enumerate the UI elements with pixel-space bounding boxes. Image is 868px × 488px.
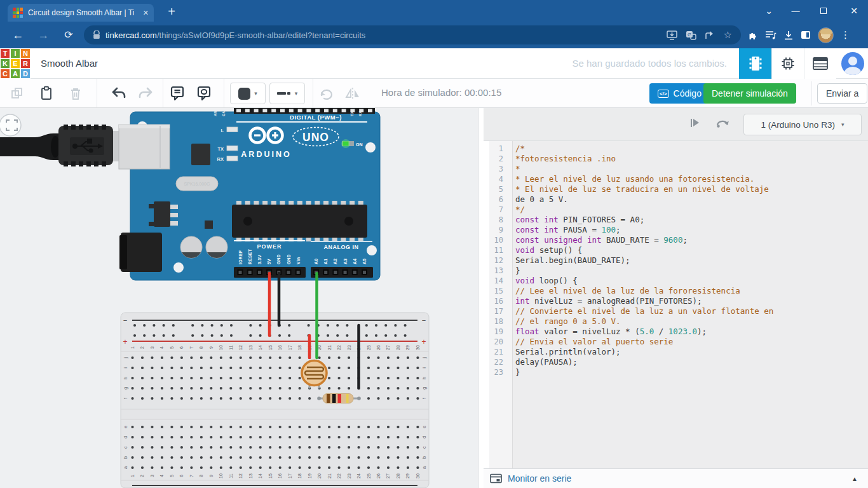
band-red — [338, 394, 342, 403]
code-line[interactable]: 21Serial.println(valor); — [484, 347, 868, 357]
tab-close-icon[interactable]: ✕ — [143, 9, 149, 17]
rotate-view-icon[interactable] — [715, 117, 729, 128]
tab-search-icon[interactable]: ⌄ — [756, 0, 782, 22]
browser-profile-avatar[interactable] — [818, 27, 834, 43]
bookmark-star-icon[interactable]: ☆ — [724, 29, 732, 41]
svg-text:5: 5 — [170, 346, 174, 349]
serial-monitor-label: Monitor en serie — [508, 473, 571, 484]
component-visibility-icon[interactable] — [194, 84, 214, 103]
color-dropdown[interactable]: ▾ — [230, 83, 266, 104]
circuit-canvas[interactable]: DIGITAL (PWM~) ARGNTXRX L TX RX — [0, 108, 478, 488]
code-line[interactable]: 7*/ — [484, 205, 868, 215]
tinkercad-header: TINKERCAD Smooth Albar Se han guardado t… — [0, 48, 868, 79]
code-line[interactable]: 12Serial.begin(BAUD_RATE); — [484, 255, 868, 266]
svg-text:12: 12 — [238, 473, 243, 478]
stop-simulation-button[interactable]: Detener simulación — [703, 83, 796, 104]
maximize-button[interactable] — [811, 0, 836, 22]
tinkercad-profile-avatar[interactable] — [841, 52, 864, 75]
code-line[interactable]: 20// Envia el valor al puerto serie — [484, 337, 868, 347]
playlist-icon[interactable] — [765, 30, 776, 40]
url-text: tinkercad.com/things/aSwIOf9d9pE-smooth-… — [105, 30, 365, 40]
downloads-icon[interactable] — [783, 30, 794, 40]
back-icon[interactable]: ← — [9, 26, 27, 44]
copy-icon[interactable] — [8, 84, 27, 103]
code-line[interactable]: 13} — [484, 266, 868, 276]
reload-icon[interactable]: ⟳ — [60, 26, 78, 44]
window-close-button[interactable]: ✕ — [840, 0, 868, 22]
minimize-button[interactable]: — — [783, 0, 808, 22]
redo-icon[interactable] — [136, 84, 155, 103]
browser-menu-icon[interactable]: ⋮ — [841, 29, 850, 41]
band-brown — [327, 394, 330, 403]
share-icon[interactable] — [705, 30, 715, 40]
code-line[interactable]: 22delay(PAUSA); — [484, 357, 868, 367]
flip-icon[interactable] — [343, 84, 362, 103]
code-line[interactable]: 9const int PAUSA = 100; — [484, 225, 868, 235]
notes-icon[interactable] — [168, 84, 187, 103]
view-breadboard-button[interactable] — [739, 48, 771, 79]
code-line[interactable]: 18// el rango 0 a 5.0 V. — [484, 316, 868, 327]
view-schematic-button[interactable] — [771, 48, 804, 79]
code-line[interactable]: 1/* — [484, 144, 868, 154]
code-line[interactable]: 5* El nivel de luz se traducira en un ni… — [484, 184, 868, 194]
install-icon[interactable] — [667, 30, 677, 40]
tinkercad-logo[interactable]: TINKERCAD — [0, 48, 31, 79]
browser-tab[interactable]: Circuit design Smooth Albar | Ti ✕ — [8, 4, 154, 22]
code-line[interactable]: 19float valor = nivelLuz * (5.0 / 1023.0… — [484, 327, 868, 337]
code-line[interactable]: 3* — [484, 164, 868, 174]
design-title[interactable]: Smooth Albar — [41, 58, 98, 69]
rail-plus-label: + — [123, 337, 127, 346]
svg-text:e: e — [123, 426, 128, 428]
svg-text:2: 2 — [140, 475, 144, 477]
svg-text:12: 12 — [238, 345, 243, 350]
svg-text:27: 27 — [386, 345, 390, 350]
code-line[interactable]: 14void loop() { — [484, 276, 868, 286]
svg-text:28: 28 — [396, 345, 400, 350]
side-panel-icon[interactable] — [801, 30, 811, 39]
parts-table-icon — [813, 57, 828, 70]
code-line[interactable]: 17// Convierte el nivel de la luz a un v… — [484, 306, 868, 316]
svg-text:6: 6 — [179, 346, 184, 349]
power-jack — [119, 233, 162, 272]
forward-icon[interactable]: → — [34, 26, 52, 44]
extensions-icon[interactable] — [747, 30, 758, 41]
expand-serial-icon[interactable]: ▲ — [848, 475, 862, 482]
svg-text:30: 30 — [416, 345, 420, 350]
undo-icon[interactable] — [109, 84, 128, 103]
arduino-uno-board[interactable]: DIGITAL (PWM~) ARGNTXRX L TX RX — [119, 108, 380, 280]
url-bar[interactable]: tinkercad.com/things/aSwIOf9d9pE-smooth-… — [84, 25, 741, 44]
code-editor[interactable]: 1/*2*fotoresistencia .ino3*4* Leer el ni… — [484, 141, 868, 468]
rotate-icon[interactable] — [316, 84, 336, 103]
analog-section-label: ANALOG IN — [324, 244, 359, 250]
band-gold — [346, 394, 349, 403]
power-section-label: POWER — [257, 243, 281, 250]
view-parts-list-button[interactable] — [804, 48, 836, 79]
delete-icon[interactable] — [66, 84, 85, 103]
code-line[interactable]: 11void setup() { — [484, 245, 868, 255]
svg-text:25: 25 — [367, 345, 371, 350]
code-line[interactable]: 16int nivelLuz = analogRead(PIN_FOTORES)… — [484, 296, 868, 306]
code-icon: </> — [658, 90, 669, 98]
svg-text:RX: RX — [358, 111, 362, 116]
led-l-label: L — [220, 128, 224, 133]
board-selector-dropdown[interactable]: 1 (Arduino Uno R3) ▾ — [743, 114, 862, 135]
debugger-icon[interactable] — [691, 119, 700, 127]
breadboard[interactable]: − − + + 11223344556677889910101111121213… — [121, 313, 429, 488]
serial-monitor-bar[interactable]: Monitor en serie ▲ — [484, 468, 868, 488]
code-line[interactable]: 2*fotoresistencia .ino — [484, 154, 868, 164]
zoom-to-fit-button[interactable] — [0, 114, 21, 136]
code-line[interactable]: 10const unsigned int BAUD_RATE = 9600; — [484, 235, 868, 245]
paste-icon[interactable] — [37, 84, 56, 103]
code-line[interactable]: 23} — [484, 367, 868, 377]
code-line[interactable]: 8const int PIN_FOTORES = A0; — [484, 215, 868, 225]
code-line[interactable]: 15// Lee el nivel de la luz de la forore… — [484, 286, 868, 296]
new-tab-button[interactable]: + — [163, 3, 180, 21]
svg-text:8: 8 — [199, 346, 203, 349]
code-line[interactable]: 6de 0 a 5 V. — [484, 194, 868, 205]
wire-style-dropdown[interactable]: ▾ — [269, 83, 305, 104]
translate-icon[interactable]: G — [686, 30, 696, 40]
panel-divider[interactable] — [478, 108, 484, 488]
code-button[interactable]: </> Código — [649, 83, 710, 104]
send-to-button[interactable]: Enviar a — [817, 83, 867, 104]
code-line[interactable]: 4* Leer el nivel de luz usando una fotor… — [484, 174, 868, 184]
